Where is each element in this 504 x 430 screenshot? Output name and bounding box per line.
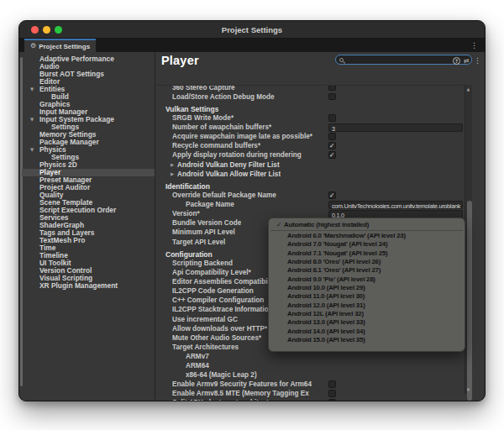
settings-row-enable-armv9-security-features-for-arm64: Enable Armv9 Security Features for Arm64 xyxy=(155,380,465,389)
settings-row-x86-64-magic-leap-2: x86-64 (Magic Leap 2) xyxy=(155,370,465,380)
setting-label: ARMv7 xyxy=(186,353,209,360)
setting-label: Override Default Package Name xyxy=(172,191,276,199)
number-of-swapchain-buffers-field[interactable]: 3 xyxy=(328,123,463,132)
setting-label: C++ Compiler Configuration xyxy=(172,296,264,304)
dropdown-option-android-7-1-nougat-api-level-25[interactable]: Android 7.1 'Nougat' (API level 25) xyxy=(271,249,462,257)
enable-armv8-5-mte-memory-tagging-ex-checkbox[interactable] xyxy=(328,390,336,397)
foldout-open-icon[interactable]: ▼ xyxy=(30,87,34,92)
srgb-write-mode-checkbox[interactable] xyxy=(328,114,336,122)
dropdown-option-automatic-highest-installed[interactable]: ✓Automatic (highest installed) xyxy=(271,220,462,228)
sidebar-item-input-system-package[interactable]: ▼Input System Package xyxy=(22,116,155,123)
setting-label: Android Vulkan Deny Filter List xyxy=(177,161,280,169)
settings-row-load-store-action-debug-mode: Load/Store Action Debug Mode xyxy=(155,92,465,102)
setting-label: Number of swapchain buffers* xyxy=(172,123,271,131)
dropdown-option-android-8-0-oreo-api-level-26[interactable]: Android 8.0 'Oreo' (API level 26) xyxy=(271,257,462,265)
settings-row-identification: Identification xyxy=(155,181,465,191)
gear-icon: ⚙ xyxy=(30,43,36,50)
panel-menu-icon[interactable]: ⋮ xyxy=(474,57,481,65)
settings-row-package-name: Package Namecom.UnityTechnologies.com.un… xyxy=(155,200,465,209)
settings-row-apply-display-rotation-during-rendering: Apply display rotation during rendering✓ xyxy=(155,150,465,160)
foldout-closed-icon[interactable]: ▶ xyxy=(171,162,174,167)
dropdown-option-android-8-1-oreo-api-level-27[interactable]: Android 8.1 'Oreo' (API level 27) xyxy=(271,265,462,274)
scroll-down-icon[interactable]: ▼ xyxy=(467,387,470,392)
settings-row-acquire-swapchain-image-late-as-possible: Acquire swapchain image late as possible… xyxy=(155,132,465,141)
foldout-closed-icon[interactable]: ▶ xyxy=(171,171,174,176)
settings-row-arm64: ARM64 xyxy=(155,361,465,370)
setting-label: Enable Armv9 Security Features for Arm64 xyxy=(172,380,312,388)
setting-label: Allow downloads over HTTP* xyxy=(172,325,267,333)
foldout-open-icon[interactable]: ▼ xyxy=(30,117,34,122)
dropdown-option-label: Android 8.0 'Oreo' (API level 26) xyxy=(287,258,381,265)
dropdown-option-android-12l-api-level-32[interactable]: Android 12L (API level 32) xyxy=(271,309,462,317)
setting-label: IL2CPP Stacktrace Information xyxy=(172,306,273,313)
dropdown-separator xyxy=(270,230,463,231)
dropdown-option-android-10-0-api-level-29[interactable]: Android 10.0 (API level 29) xyxy=(271,283,462,291)
tab-bar: ⚙ Project Settings ⋮ xyxy=(19,39,485,52)
dropdown-option-android-13-0-api-level-33[interactable]: Android 13.0 (API level 33) xyxy=(271,317,462,326)
settings-row-number-of-swapchain-buffers: Number of swapchain buffers*3 xyxy=(155,123,465,132)
tab-label: Project Settings xyxy=(39,43,90,50)
dropdown-option-label: Automatic (highest installed) xyxy=(284,221,369,228)
override-default-package-name-checkbox[interactable]: ✓ xyxy=(328,191,336,199)
enable-armv9-security-features-for-arm64-checkbox[interactable] xyxy=(328,380,336,388)
setting-label: Target API Level xyxy=(172,239,225,246)
package-name-field[interactable]: com.UnityTechnologies.com.unity.template… xyxy=(328,201,463,209)
preset-icon[interactable]: ⇄ xyxy=(464,58,470,65)
setting-label: SRGB Write Mode* xyxy=(172,114,234,122)
sidebar-item-physics[interactable]: ▼Physics xyxy=(22,146,155,154)
section-header: Vulkan Settings xyxy=(165,105,218,113)
recycle-command-buffers-checkbox[interactable]: ✓ xyxy=(328,142,336,149)
dropdown-option-label: Android 13.0 (API level 33) xyxy=(287,318,365,326)
dropdown-option-label: Android 12L (API level 32) xyxy=(287,310,364,317)
dropdown-option-android-14-0-api-level-34[interactable]: Android 14.0 (API level 34) xyxy=(271,327,462,335)
setting-label: Api Compatibility Level* xyxy=(172,269,251,276)
settings-row-android-vulkan-deny-filter-list: ▶Android Vulkan Deny Filter List xyxy=(155,160,465,170)
dropdown-option-label: Android 9.0 'Pie' (API level 28) xyxy=(287,275,375,283)
setting-label: ARM64 xyxy=(186,362,209,370)
project-settings-window: Project Settings ⚙ Project Settings ⋮ Ad… xyxy=(18,20,486,401)
help-icon[interactable]: ? xyxy=(453,57,460,65)
split-apks-by-target-architecture-checkbox[interactable] xyxy=(328,399,336,401)
section-header: Identification xyxy=(165,182,210,191)
dropdown-option-label: Android 6.0 'Marshmallow' (API level 23) xyxy=(287,232,406,239)
settings-row-enable-armv8-5-mte-memory-tagging-ex: Enable Armv8.5 MTE (Memory Tagging Ex xyxy=(155,389,465,398)
setting-label: Apply display rotation during rendering xyxy=(172,151,302,159)
load-store-action-debug-mode-checkbox[interactable] xyxy=(328,93,336,101)
dropdown-option-android-7-0-nougat-api-level-24[interactable]: Android 7.0 'Nougat' (API level 24) xyxy=(271,239,462,248)
dropdown-option-android-15-0-api-level-35[interactable]: Android 15.0 (API level 35) xyxy=(271,335,462,343)
dropdown-option-label: Android 11.0 (API level 30) xyxy=(287,292,365,300)
dropdown-option-android-12-0-api-level-31[interactable]: Android 12.0 (API level 31) xyxy=(271,301,462,309)
sidebar-item-entities[interactable]: ▼Entities xyxy=(22,86,155,93)
scroll-up-icon[interactable]: ▲ xyxy=(467,87,470,92)
tab-menu-icon[interactable]: ⋮ xyxy=(470,42,478,50)
setting-label: Android Vulkan Allow Filter List xyxy=(177,170,281,178)
title-bar[interactable]: Project Settings xyxy=(19,21,485,39)
tab-project-settings[interactable]: ⚙ Project Settings xyxy=(24,39,96,52)
apply-display-rotation-during-rendering-checkbox[interactable]: ✓ xyxy=(328,151,336,159)
foldout-open-icon[interactable]: ▼ xyxy=(30,147,34,152)
dropdown-option-label: Android 14.0 (API level 34) xyxy=(287,328,365,335)
settings-sidebar: Adaptive PerformanceAudioBurst AOT Setti… xyxy=(19,52,155,401)
dropdown-option-label: Android 8.1 'Oreo' (API level 27) xyxy=(287,266,381,274)
setting-label: IL2CPP Code Generation xyxy=(172,287,254,295)
setting-label: Recycle command buffers* xyxy=(172,142,260,149)
dropdown-option-label: Android 12.0 (API level 31) xyxy=(287,302,365,309)
settings-row-360-stereo-capture: 360 Stereo Capture xyxy=(155,85,465,92)
acquire-swapchain-image-late-as-possible-checkbox[interactable] xyxy=(328,133,336,140)
setting-label: Bundle Version Code xyxy=(172,219,241,227)
dropdown-option-label: Android 15.0 (API level 35) xyxy=(287,336,365,343)
setting-label: Package Name xyxy=(186,201,234,208)
360-stereo-capture-checkbox[interactable] xyxy=(328,85,336,91)
dropdown-option-android-9-0-pie-api-level-28[interactable]: Android 9.0 'Pie' (API level 28) xyxy=(271,275,462,283)
scrollbar-thumb[interactable] xyxy=(467,201,472,401)
sidebar-item-label: XR Plugin Management xyxy=(39,281,118,290)
sidebar-item-xr-plugin-management[interactable]: XR Plugin Management xyxy=(22,282,155,290)
settings-row-armv7: ARMv7 xyxy=(155,352,465,361)
setting-label: Scripting Backend xyxy=(172,260,233,267)
setting-label: Acquire swapchain image late as possible… xyxy=(172,133,312,140)
settings-row-vulkan-settings: Vulkan Settings xyxy=(155,104,465,113)
settings-row-srgb-write-mode: SRGB Write Mode* xyxy=(155,113,465,123)
dropdown-option-android-11-0-api-level-30[interactable]: Android 11.0 (API level 30) xyxy=(271,291,462,300)
dropdown-option-android-6-0-marshmallow-api-level-23[interactable]: Android 6.0 'Marshmallow' (API level 23) xyxy=(271,231,462,239)
vertical-scrollbar[interactable]: ▲ ▼ xyxy=(465,85,472,394)
